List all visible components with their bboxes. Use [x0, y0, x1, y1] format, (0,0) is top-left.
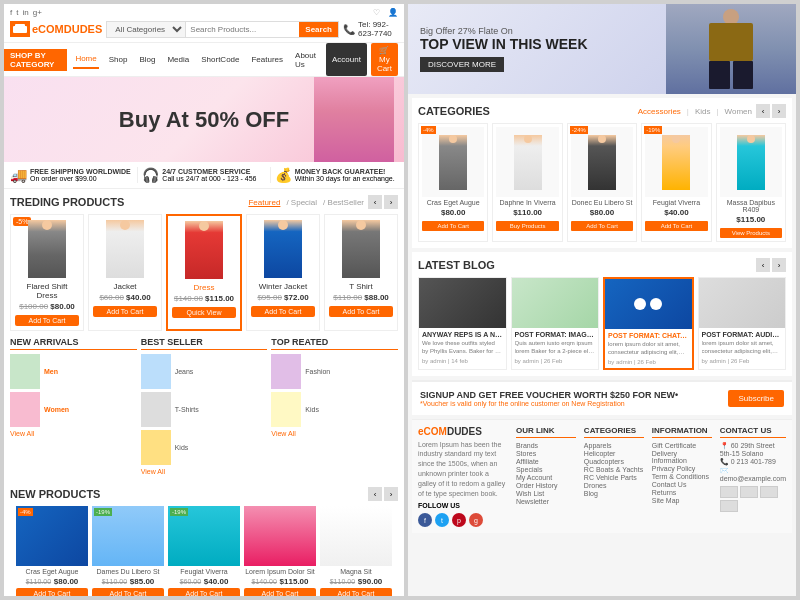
men-link[interactable]: Men: [44, 368, 58, 375]
footer-link-newsletter[interactable]: Newsletter: [516, 498, 576, 505]
new-products-prev[interactable]: ‹: [368, 487, 382, 501]
jeans-link[interactable]: Jeans: [175, 368, 194, 375]
footer-cat-blog[interactable]: Blog: [584, 490, 644, 497]
shop-by-category[interactable]: SHOP BY CATEGORY: [4, 49, 67, 71]
tshirts-link[interactable]: T-Shirts: [175, 406, 199, 413]
pinterest-icon[interactable]: p: [452, 513, 466, 527]
kids-link[interactable]: Kids: [175, 444, 189, 451]
in-icon[interactable]: in: [22, 8, 28, 17]
footer-link-brands[interactable]: Brands: [516, 442, 576, 449]
service-bar: 🚚 FREE SHIPPING WORLDWIDE On order over …: [4, 162, 404, 189]
footer-link-specials[interactable]: Specials: [516, 466, 576, 473]
add-to-cart-button[interactable]: Add To Cart: [251, 306, 315, 317]
np-add-button[interactable]: Add To Cart: [244, 588, 316, 596]
top-rated-viewall[interactable]: View All: [271, 430, 398, 437]
footer-cat-apparels[interactable]: Apparels: [584, 442, 644, 449]
add-to-cart-button[interactable]: Add To Cart: [93, 306, 157, 317]
nav-home[interactable]: Home: [73, 50, 98, 69]
footer-link-affiliate[interactable]: Affiliate: [516, 458, 576, 465]
category-select[interactable]: All Categories: [107, 22, 186, 37]
product-card: Jacket $60.00 $40.00 Add To Cart: [88, 214, 162, 331]
nav-features[interactable]: Features: [249, 51, 285, 68]
categories-next[interactable]: ›: [772, 104, 786, 118]
top-kids-link[interactable]: Kids: [305, 406, 319, 413]
footer-info-contact[interactable]: Contact Us: [652, 481, 712, 488]
np-add-button[interactable]: Add To Cart: [320, 588, 392, 596]
footer-info-gift[interactable]: Gift Certificate: [652, 442, 712, 449]
footer-info-privacy[interactable]: Privacy Policy: [652, 465, 712, 472]
search-button[interactable]: Search: [299, 22, 338, 37]
account-button[interactable]: Account: [326, 43, 367, 76]
filter-women[interactable]: Women: [725, 107, 752, 116]
footer-info-delivery[interactable]: Delivery Information: [652, 450, 712, 464]
product-prices: $60.00 $40.00: [93, 293, 157, 302]
filter-featured[interactable]: Featured: [248, 198, 280, 207]
blog-meta-4: by admin | 26 Feb: [702, 358, 783, 364]
facebook-icon[interactable]: f: [418, 513, 432, 527]
blog-card-1: ANYWAY REPS IS A NYC AGEN ... We love th…: [418, 277, 507, 370]
subscribe-button[interactable]: Subscribe: [728, 390, 784, 407]
footer-info-returns[interactable]: Returns: [652, 489, 712, 496]
add-to-cart-button[interactable]: Add To Cart: [329, 306, 393, 317]
np-badge: -4%: [18, 508, 33, 516]
wishlist-icon[interactable]: ♡: [373, 8, 380, 17]
user-icon[interactable]: 👤: [388, 8, 398, 17]
add-to-cart-button[interactable]: Add To Cart: [15, 315, 79, 326]
nav-media[interactable]: Media: [165, 51, 191, 68]
footer-cat-rc-parts[interactable]: RC Vehicle Parts: [584, 474, 644, 481]
new-arrivals-men: Men: [10, 354, 137, 389]
cat-btn-4[interactable]: Add To Cart: [645, 221, 707, 231]
blog-next[interactable]: ›: [772, 258, 786, 272]
filter-kids[interactable]: Kids: [695, 107, 711, 116]
nav-shop[interactable]: Shop: [107, 51, 130, 68]
footer-cat-drones[interactable]: Drones: [584, 482, 644, 489]
best-seller-viewall[interactable]: View All: [141, 468, 268, 475]
blog-prev[interactable]: ‹: [756, 258, 770, 272]
cat-btn-2[interactable]: Buy Products: [496, 221, 558, 231]
np-add-button[interactable]: Add To Cart: [168, 588, 240, 596]
footer-link-orders[interactable]: Order History: [516, 482, 576, 489]
shipping-icon: 🚚: [10, 167, 27, 183]
np-add-button[interactable]: Add To Cart: [16, 588, 88, 596]
footer-info-terms[interactable]: Term & Conditions: [652, 473, 712, 480]
trending-next[interactable]: ›: [384, 195, 398, 209]
footer-link-account[interactable]: My Account: [516, 474, 576, 481]
tw-icon[interactable]: t: [16, 8, 18, 17]
nav-shortcode[interactable]: ShortCode: [199, 51, 241, 68]
filter-accessories[interactable]: Accessories: [638, 107, 681, 116]
women-link[interactable]: Women: [44, 406, 69, 413]
discover-button[interactable]: DISCOVER MORE: [420, 57, 504, 72]
fb-icon[interactable]: f: [10, 8, 12, 17]
categories-prev[interactable]: ‹: [756, 104, 770, 118]
footer-cat-quadcopters[interactable]: Quadcopters: [584, 458, 644, 465]
search-input[interactable]: [186, 22, 299, 37]
footer-cat-boats[interactable]: RC Boats & Yachts: [584, 466, 644, 473]
footer-cat-helicopter[interactable]: Helicopter: [584, 450, 644, 457]
cat-btn-3[interactable]: Add To Cart: [571, 221, 633, 231]
three-col-section: NEW ARRIVALS Men Women View All BEST SEL…: [4, 337, 404, 481]
phone-number: Tel: 992-623-7740: [358, 20, 398, 38]
footer-link-wishlist[interactable]: Wish List: [516, 490, 576, 497]
googleplus-icon[interactable]: g: [469, 513, 483, 527]
footer-info-sitemap[interactable]: Site Map: [652, 497, 712, 504]
filter-special[interactable]: / Special: [286, 198, 317, 207]
nav-about[interactable]: About Us: [293, 47, 318, 73]
nav-blog[interactable]: Blog: [137, 51, 157, 68]
cat-btn-5[interactable]: View Products: [720, 228, 782, 238]
footer-link-stores[interactable]: Stores: [516, 450, 576, 457]
gp-icon[interactable]: g+: [33, 8, 42, 17]
cat-btn-1[interactable]: Add To Cart: [422, 221, 484, 231]
cart-button[interactable]: 🛒 My Cart: [371, 43, 398, 76]
cat-image-5: [720, 127, 782, 197]
trending-prev[interactable]: ‹: [368, 195, 382, 209]
fashion-link[interactable]: Fashion: [305, 368, 330, 375]
new-products-next[interactable]: ›: [384, 487, 398, 501]
new-arrivals-viewall[interactable]: View All: [10, 430, 137, 437]
filter-bestseller[interactable]: / BestSeller: [323, 198, 364, 207]
new-products-section: NEW PRODUCTS ‹ › -4% Cras Eget Augue $11…: [4, 481, 404, 596]
twitter-icon[interactable]: t: [435, 513, 449, 527]
quick-view-button[interactable]: Quick View: [172, 307, 236, 318]
product-name: Winter Jacket: [251, 282, 315, 291]
np-add-button[interactable]: Add To Cart: [92, 588, 164, 596]
search-area: All Categories Search: [106, 21, 339, 38]
